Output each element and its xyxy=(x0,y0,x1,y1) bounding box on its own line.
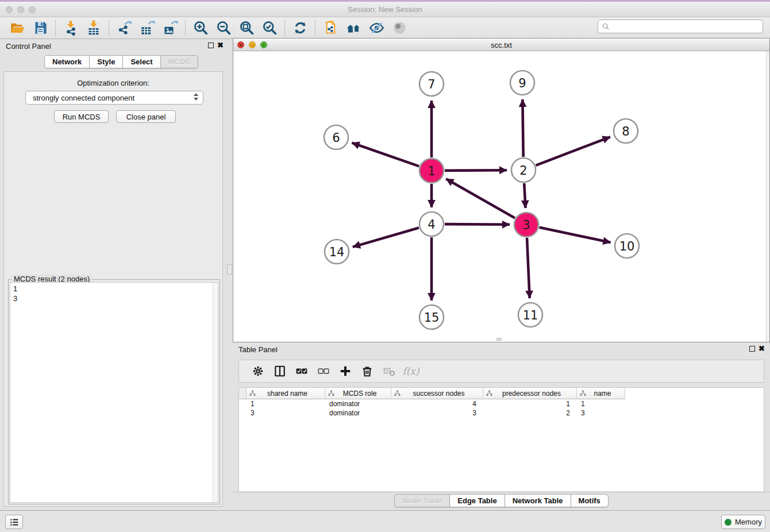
status-bar: Memory xyxy=(0,510,770,532)
edge-2-9[interactable] xyxy=(522,99,523,157)
mcds-result-list[interactable]: 1 3 xyxy=(10,282,218,503)
column-header-shared-name[interactable]: shared name xyxy=(247,388,325,399)
edge-2-8[interactable] xyxy=(536,137,610,165)
cell-shared-name[interactable]: 1 xyxy=(247,399,325,408)
node-2[interactable]: 2 xyxy=(511,158,536,182)
divider-grip[interactable] xyxy=(227,264,232,275)
cell-MCDS-role[interactable]: dominator xyxy=(325,408,391,418)
zoom-in-button[interactable] xyxy=(189,19,212,37)
cell-successor-nodes[interactable]: 4 xyxy=(391,399,483,408)
table-bottom-divider xyxy=(233,492,770,492)
cell-predecessor-nodes[interactable]: 2 xyxy=(483,408,577,418)
cell-predecessor-nodes[interactable]: 1 xyxy=(483,399,577,408)
close-panel-icon[interactable]: ✖ xyxy=(217,41,224,49)
network-vscrollbar[interactable] xyxy=(766,51,769,342)
save-session-button[interactable] xyxy=(29,19,52,37)
zoom-out-button[interactable] xyxy=(212,19,235,37)
node-9[interactable]: 9 xyxy=(510,71,534,95)
node-14[interactable]: 14 xyxy=(325,240,349,264)
node-11[interactable]: 11 xyxy=(518,303,542,327)
dropdown-value: strongly connected component xyxy=(33,94,134,102)
refresh-button[interactable] xyxy=(288,19,311,37)
cell-shared-name[interactable]: 3 xyxy=(247,408,325,418)
node-10[interactable]: 10 xyxy=(615,234,639,258)
cell-successor-nodes[interactable]: 3 xyxy=(391,408,483,418)
mcds-result-scrollbar[interactable] xyxy=(213,283,218,502)
select-all-button[interactable] xyxy=(291,362,313,380)
edge-2-3[interactable] xyxy=(524,183,525,208)
add-button[interactable] xyxy=(334,362,356,380)
column-header-predecessor-nodes[interactable]: predecessor nodes xyxy=(483,388,577,399)
dropdown-arrows-icon xyxy=(194,93,198,101)
tab-edge-table[interactable]: Edge Table xyxy=(449,494,505,507)
edge-1-2[interactable] xyxy=(445,170,507,171)
table-float-icon[interactable] xyxy=(749,346,755,352)
column-header-name[interactable]: name xyxy=(577,388,625,399)
import-table-button[interactable] xyxy=(82,19,105,37)
table-panel-header: Table Panel ✖ xyxy=(233,342,770,356)
network-graph[interactable]: 7968124314101511 xyxy=(233,51,769,342)
node-6[interactable]: 6 xyxy=(324,125,348,149)
zoom-fit-button[interactable] xyxy=(235,19,258,37)
node-15[interactable]: 15 xyxy=(419,305,444,329)
network-canvas[interactable]: 7968124314101511 xyxy=(233,51,769,342)
deselect-all-button[interactable] xyxy=(313,362,334,380)
import-table-icon xyxy=(86,20,102,36)
node-3[interactable]: 3 xyxy=(514,213,538,237)
node-8[interactable]: 8 xyxy=(614,119,638,143)
column-header-MCDS-role[interactable]: MCDS role xyxy=(325,388,391,399)
first-neighbors-button[interactable] xyxy=(342,19,365,37)
network-window-titlebar[interactable]: ✕ − + scc.txt xyxy=(233,38,769,51)
run-mcds-button[interactable]: Run MCDS xyxy=(54,110,109,123)
table-row[interactable]: 3dominator323 xyxy=(239,408,764,418)
tab-motifs[interactable]: Motifs xyxy=(571,494,609,507)
hide-selected-button[interactable] xyxy=(365,19,388,37)
tab-select[interactable]: Select xyxy=(122,55,160,68)
settings-button[interactable] xyxy=(247,362,269,380)
column-header-label: name xyxy=(588,390,625,398)
edge-3-1[interactable] xyxy=(446,179,515,218)
node-1[interactable]: 1 xyxy=(419,159,444,183)
edge-3-11[interactable] xyxy=(527,238,530,298)
import-network-button[interactable] xyxy=(59,19,82,37)
zoom-selected-button[interactable] xyxy=(258,19,281,37)
node-4[interactable]: 4 xyxy=(419,212,444,236)
columns-button[interactable] xyxy=(269,362,291,380)
node-label-11: 11 xyxy=(523,309,538,322)
edge-4-14[interactable] xyxy=(353,228,419,246)
search-input[interactable] xyxy=(613,21,763,32)
network-hscroll-grip[interactable] xyxy=(496,338,502,341)
task-history-button[interactable] xyxy=(5,515,23,529)
hide-selected-icon xyxy=(369,20,384,36)
optimization-criterion-dropdown[interactable]: strongly connected component xyxy=(25,91,203,105)
close-panel-button[interactable]: Close panel xyxy=(116,110,176,123)
cell-name[interactable]: 3 xyxy=(577,408,625,418)
node-table[interactable]: shared nameMCDS rolesuccessor nodesprede… xyxy=(238,387,764,491)
edge-4-3[interactable] xyxy=(445,224,510,225)
export-network-button[interactable] xyxy=(113,19,136,37)
tab-network-table[interactable]: Network Table xyxy=(505,494,571,507)
memory-button[interactable]: Memory xyxy=(721,515,765,529)
cell-MCDS-role[interactable]: dominator xyxy=(325,399,391,408)
tab-network[interactable]: Network xyxy=(44,55,90,68)
clone-network-button[interactable] xyxy=(319,19,342,37)
row-gutter xyxy=(239,408,247,418)
export-table-button[interactable] xyxy=(136,19,159,37)
export-network-icon xyxy=(117,20,132,36)
float-panel-icon[interactable] xyxy=(208,43,214,48)
table-close-icon[interactable]: ✖ xyxy=(759,344,765,353)
column-header-successor-nodes[interactable]: successor nodes xyxy=(391,388,483,399)
edge-3-10[interactable] xyxy=(540,228,611,242)
export-image-button[interactable] xyxy=(159,19,182,37)
cell-name[interactable]: 1 xyxy=(577,399,625,408)
open-file-button[interactable] xyxy=(6,19,29,37)
edge-1-6[interactable] xyxy=(352,143,419,167)
tab-node-table: Node Table xyxy=(394,494,450,507)
delete-button[interactable] xyxy=(356,362,378,380)
tab-style[interactable]: Style xyxy=(89,55,123,68)
search-field[interactable] xyxy=(598,20,763,33)
list-icon xyxy=(9,517,20,527)
table-row[interactable]: 1dominator411 xyxy=(239,399,764,408)
node-7[interactable]: 7 xyxy=(419,72,444,96)
save-session-icon xyxy=(33,20,48,36)
